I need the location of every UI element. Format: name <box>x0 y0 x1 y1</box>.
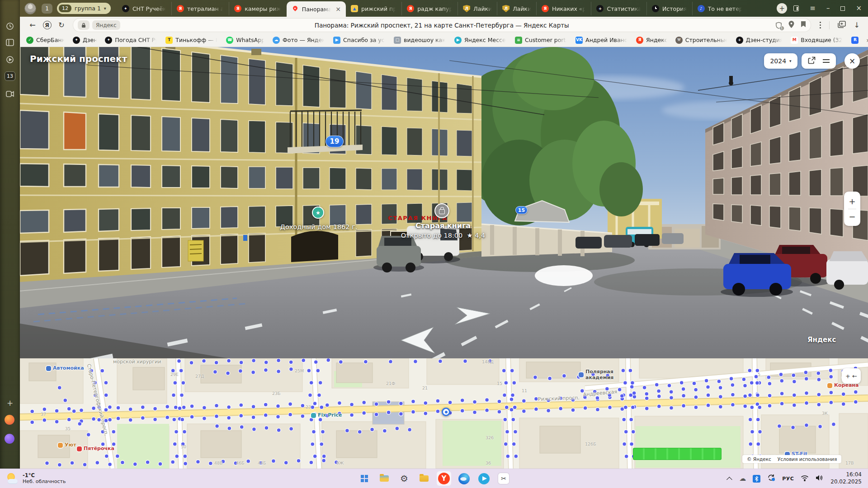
minimize-panorama-icon[interactable] <box>823 59 830 63</box>
folder-icon[interactable] <box>417 471 431 486</box>
zoom-out-button[interactable]: − <box>849 212 855 221</box>
browser-tab[interactable]: Л Лайки <box>497 2 536 15</box>
telegram-icon[interactable] <box>476 471 491 486</box>
browser-tab[interactable]: Л Лайки <box>458 2 497 15</box>
terms-link[interactable]: Условия использования <box>778 456 837 462</box>
bookmark-item[interactable]: VK Андрей Иванов <box>576 37 628 44</box>
downloads-icon[interactable]: ↓ <box>854 21 860 29</box>
side-panels-icon[interactable] <box>793 5 799 11</box>
edge-browser-icon[interactable] <box>457 471 471 486</box>
map-poi[interactable]: Пятёрочка <box>77 446 114 452</box>
back-button[interactable]: ← <box>26 19 39 32</box>
bookmark-item[interactable]: ✦ Погода СНТ Руче <box>105 37 158 44</box>
bookmark-item[interactable]: ▶ Спасибо за устан <box>333 37 386 44</box>
bookmark-item[interactable]: □ видеошоу как пол <box>394 37 447 44</box>
file-explorer-icon[interactable] <box>377 471 392 486</box>
browser-tab[interactable]: Я тетралиан а <box>171 2 229 15</box>
tab-close-icon[interactable]: × <box>335 5 341 13</box>
shop-name-label[interactable]: Старая книга <box>415 221 471 230</box>
browser-tab[interactable]: Я радж капур <box>401 2 458 15</box>
notification-count-badge[interactable]: 13 <box>5 71 15 81</box>
browser-tab[interactable]: + Статистика <box>591 2 646 15</box>
language-indicator[interactable]: РУС <box>782 476 794 482</box>
bookmark-item[interactable]: ≡ Customer portal <box>515 37 568 44</box>
address-bar[interactable]: Яндекс Панорама: Рижский проспект, 21 на… <box>73 19 811 32</box>
map-poi[interactable]: Автомойка <box>46 366 84 371</box>
tab-label: Лайки <box>473 5 492 12</box>
map-poi[interactable]: Уют <box>58 442 76 448</box>
onedrive-cloud-icon[interactable]: ☁ <box>739 474 746 483</box>
sync-icon[interactable] <box>767 474 775 483</box>
tab-counter[interactable]: 1 <box>42 4 52 14</box>
bluetooth-icon[interactable] <box>753 475 760 483</box>
browser-tab[interactable]: Я камеры риж <box>229 2 286 15</box>
protect-shield-icon[interactable]: 1 <box>775 22 782 29</box>
landmark-star-icon[interactable]: ★ <box>312 206 324 219</box>
bookmark-item[interactable]: ⚒ Строительные ма <box>675 37 728 44</box>
map-expand-button[interactable]: +← <box>842 368 861 384</box>
volume-icon[interactable] <box>816 474 824 483</box>
browser-tab[interactable]: ▲ рижский пр <box>346 2 401 15</box>
panorama-position-marker[interactable] <box>442 408 450 416</box>
building-label[interactable]: Доходный дом 1862 г. <box>280 223 358 230</box>
browser-tab[interactable]: ✦ СНТ Ручеёк <box>117 2 171 15</box>
settings-gear-icon[interactable]: ⚙ <box>397 471 411 486</box>
close-window-icon[interactable]: × <box>856 5 862 12</box>
map-poi[interactable]: Полярная академия <box>579 369 613 380</box>
zoom-in-button[interactable]: + <box>849 197 855 206</box>
profile-avatar[interactable] <box>24 3 36 14</box>
location-pin-icon[interactable] <box>788 21 794 30</box>
bookmark-item[interactable]: Т Тинькофф — Кред <box>165 37 218 44</box>
reload-button[interactable]: ↻ <box>55 19 68 32</box>
history-icon[interactable] <box>5 21 15 32</box>
bookmark-item[interactable]: + Дзен-студия <box>736 37 783 44</box>
yandex-home-button[interactable]: Я <box>43 21 52 29</box>
yandex-browser-icon[interactable]: Y <box>437 471 451 486</box>
bookmark-item[interactable]: ☎ WhatsApp <box>226 37 265 44</box>
browser-tab[interactable]: Я Никаких «р <box>536 2 591 15</box>
side-panel-icon[interactable] <box>5 37 15 48</box>
close-panorama-button[interactable]: × <box>844 53 860 69</box>
browser-tab[interactable]: ♪ То не ветер <box>692 2 748 15</box>
bookmark-item[interactable]: R <box>851 37 859 44</box>
video-play-icon[interactable] <box>5 54 15 65</box>
bookmark-item[interactable]: ▶ Яндекс Мессендж <box>454 37 507 44</box>
shop-bag-icon[interactable] <box>434 203 449 218</box>
collections-icon[interactable] <box>838 21 846 30</box>
wifi-icon[interactable] <box>801 474 809 483</box>
house-number-badge-15[interactable]: 15 <box>515 206 528 214</box>
bookmark-item[interactable]: ☁ Фото — Яндекс.Д <box>273 37 326 44</box>
map-poi[interactable]: Fix Price <box>311 413 342 418</box>
bookmark-item[interactable]: M Входящие (32) <box>791 37 844 44</box>
dzen-orb-icon[interactable] <box>5 415 14 425</box>
maximize-icon[interactable] <box>840 6 845 11</box>
bookmark-item[interactable]: Я Яндекс <box>636 37 668 44</box>
bookmark-item[interactable]: ✓ СберБанк <box>26 37 65 44</box>
tab-group-selector[interactable]: 12 группа 1 ▾ <box>57 3 111 14</box>
tray-chevron-icon[interactable] <box>726 477 732 483</box>
house-number-badge-19[interactable]: 19 <box>326 136 344 147</box>
street-panorama-view[interactable]: СТАРАЯ КНИГА <box>20 47 868 358</box>
browser-menu-icon[interactable]: ≡ <box>810 5 816 12</box>
minimize-icon[interactable]: – <box>826 5 830 12</box>
browser-tab[interactable]: История <box>646 2 692 15</box>
new-tab-button[interactable]: + <box>777 3 787 14</box>
site-badge[interactable]: Яндекс <box>92 20 120 30</box>
add-panel-icon[interactable]: + <box>5 398 15 408</box>
clock-widget[interactable]: 16:04 20.02.2025 <box>830 471 862 485</box>
weather-widget[interactable]: -1°C Неб. облачность <box>6 472 66 485</box>
panorama-year-select[interactable]: 2024▾ <box>764 53 797 69</box>
snipping-tool-icon[interactable]: ✂ <box>496 471 511 486</box>
mini-map[interactable]: Рижский просп.Старо-Петергофский просп.А… <box>20 358 868 469</box>
start-button[interactable] <box>357 471 372 486</box>
alice-orb-icon[interactable] <box>5 434 14 444</box>
messenger-camera-icon[interactable] <box>5 89 15 99</box>
bookmark-item[interactable]: ✦ Дзен <box>73 37 97 44</box>
more-menu-icon[interactable] <box>820 24 821 26</box>
bookmarks-overflow-icon[interactable]: » <box>866 37 868 44</box>
highlighted-building[interactable] <box>633 448 722 460</box>
share-icon[interactable] <box>808 56 816 66</box>
browser-tab[interactable]: Панорама × <box>287 1 346 17</box>
lock-icon[interactable] <box>78 20 90 30</box>
bookmark-icon[interactable] <box>801 21 806 29</box>
